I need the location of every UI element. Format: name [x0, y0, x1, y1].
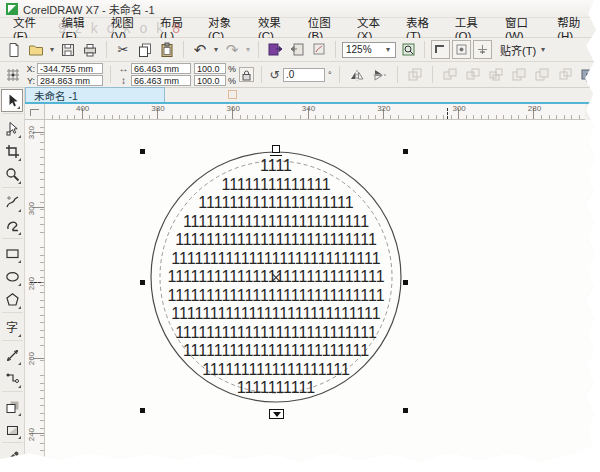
polygon-tool[interactable]: [1, 288, 23, 311]
ruler-cursor-marker: [30, 282, 41, 283]
toolbox-divider: [2, 340, 23, 343]
lock-ratio-button[interactable]: [239, 67, 254, 82]
combine-button: [405, 65, 425, 85]
selection-handle-bottom-right[interactable]: [403, 408, 408, 413]
vertical-ruler[interactable]: 320300280260240: [25, 120, 45, 472]
text-frame-top-tab[interactable]: [272, 145, 280, 153]
object-position-group: X:-344.755 mm Y:284.863 mm: [26, 63, 103, 86]
vertical-ruler-labels: 320300280260240: [27, 120, 36, 472]
ungroup-button: [463, 65, 483, 85]
undo-caret-icon[interactable]: ▾: [212, 45, 220, 54]
horizontal-ruler[interactable]: 400380360340320300280: [45, 104, 585, 120]
property-bar: X:-344.755 mm Y:284.863 mm ↔66.463 mm ↕6…: [0, 62, 600, 88]
rotate-icon: ↺: [269, 68, 280, 82]
shape-tool[interactable]: [1, 117, 23, 140]
selection-handle-mid-left[interactable]: [140, 280, 145, 285]
text-row: 111111111111111111111111111: [126, 250, 426, 269]
height-field[interactable]: 66.463 mm: [131, 75, 191, 86]
document-tab[interactable]: 未命名 -1: [25, 87, 165, 102]
toolbox-divider: [2, 238, 23, 241]
text-row: 111111111111111111111111: [126, 213, 426, 232]
position-x-field[interactable]: -344.755 mm: [37, 63, 103, 74]
object-size-group: ↔66.463 mm ↕66.463 mm: [118, 63, 191, 86]
connector-tool[interactable]: [1, 367, 23, 390]
ruler-origin[interactable]: [25, 104, 45, 120]
text-row: 11111111111111111111: [126, 194, 426, 213]
zoom-tool[interactable]: [1, 163, 23, 186]
mirror-horizontal-button[interactable]: [347, 65, 367, 85]
selection-handle-bottom-left[interactable]: [140, 408, 145, 413]
trim-button: [532, 65, 552, 85]
open-button[interactable]: [26, 40, 46, 60]
toolbar-separator: [258, 41, 259, 58]
undo-button[interactable]: ↶: [190, 40, 210, 60]
export-button[interactable]: [287, 40, 307, 60]
selection-handle-top-right[interactable]: [403, 149, 408, 154]
import-button[interactable]: [265, 40, 285, 60]
print-button[interactable]: [80, 40, 100, 60]
drop-shadow-tool[interactable]: [1, 395, 23, 418]
show-grid-button[interactable]: [473, 40, 492, 59]
text-row: 11111111111111: [126, 176, 426, 195]
height-icon: ↕: [118, 75, 129, 86]
paste-button[interactable]: [157, 40, 177, 60]
text-tool[interactable]: 字: [1, 316, 23, 339]
anchor-grid-icon[interactable]: [3, 65, 23, 85]
mirror-vertical-button[interactable]: [370, 65, 390, 85]
redo-caret-icon[interactable]: ▾: [244, 45, 252, 54]
text-row: 11111111111111111111111111: [126, 324, 426, 343]
rotation-center-marker[interactable]: [271, 273, 281, 283]
snap-to-dropdown[interactable]: 贴齐(T)▾: [500, 42, 547, 58]
text-overflow-indicator[interactable]: [269, 409, 284, 419]
toolbar-separator: [335, 41, 336, 58]
corel-window: CorelDRAW X7 - 未命名 -1 文件(F)编辑(E)视图(V)布局(…: [0, 0, 600, 472]
new-document-button[interactable]: [4, 40, 24, 60]
redo-button[interactable]: ↷: [222, 40, 242, 60]
toolbar-separator: [106, 41, 107, 58]
text-row: 111111111111111111111111111: [126, 305, 426, 324]
selection-handle-top-left[interactable]: [140, 149, 145, 154]
selection-handle-mid-right[interactable]: [403, 280, 408, 285]
toolbar-separator: [432, 66, 433, 83]
open-caret-icon[interactable]: ▾: [48, 45, 56, 54]
pick-tool[interactable]: [1, 89, 23, 112]
copy-button[interactable]: [135, 40, 155, 60]
rectangle-tool[interactable]: [1, 242, 23, 265]
toolbar-separator: [339, 66, 340, 83]
color-eyedropper-tool[interactable]: [1, 446, 23, 469]
text-row: 1111111111111111111111111111: [126, 287, 426, 306]
freehand-tool[interactable]: [1, 191, 23, 214]
drawing-canvas[interactable]: 1111111111111111111111111111111111111111…: [45, 120, 600, 472]
cut-button[interactable]: ✂: [113, 40, 133, 60]
toolbox-divider: [2, 113, 23, 116]
weld-button: [509, 65, 529, 85]
watermark-square: [228, 90, 237, 99]
text-row: 1111111111111111111: [126, 361, 426, 380]
transparency-tool[interactable]: [1, 418, 23, 441]
text-row: 1111: [126, 157, 426, 176]
zoom-level-combobox[interactable]: 125%▾: [342, 42, 396, 58]
fullscreen-preview-button[interactable]: [431, 40, 450, 59]
standard-toolbar: ▾ ✂ ↶ ▾ ↷ ▾ 125%▾ 贴齐(T)▾: [0, 38, 600, 62]
text-row: 11111111111111111111111111: [126, 231, 426, 250]
toolbox-divider: [2, 187, 23, 190]
rotation-angle-field[interactable]: .0: [283, 68, 325, 82]
publish-pdf-button[interactable]: [309, 40, 329, 60]
zoom-to-page-button[interactable]: [398, 40, 418, 60]
width-icon: ↔: [118, 63, 129, 74]
toolbox-divider: [2, 442, 23, 445]
parallel-dimension-tool[interactable]: [1, 344, 23, 367]
crop-tool[interactable]: [1, 140, 23, 163]
ellipse-tool[interactable]: [1, 265, 23, 288]
scale-y-field[interactable]: 100.0: [194, 75, 226, 86]
convert-to-curves-button[interactable]: [578, 65, 598, 85]
position-y-field[interactable]: 284.863 mm: [37, 75, 103, 86]
save-button[interactable]: [58, 40, 78, 60]
show-page-border-button[interactable]: [452, 40, 471, 59]
smart-drawing-tool[interactable]: [1, 214, 23, 237]
text-row: 1111111111: [126, 379, 426, 398]
ruler-cursor-marker: [447, 108, 448, 119]
scale-x-field[interactable]: 100.0: [194, 63, 226, 74]
width-field[interactable]: 66.463 mm: [131, 63, 191, 74]
text-row: 111111111111111111111111: [126, 342, 426, 361]
